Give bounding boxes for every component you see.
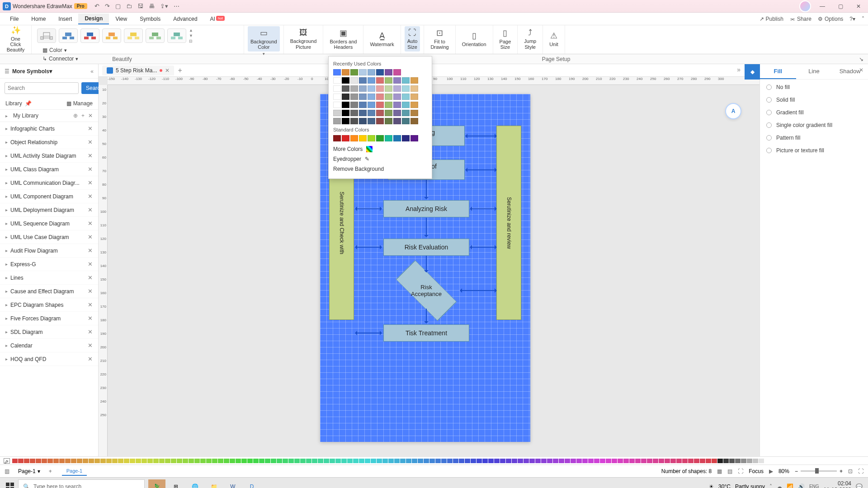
color-swatch[interactable] <box>385 135 392 141</box>
taskbar-app-1[interactable]: 🦎 <box>148 479 165 488</box>
palette-swatch[interactable] <box>712 459 717 463</box>
close-library-item-icon[interactable]: ✕ <box>88 234 93 240</box>
hamburger-icon[interactable]: ☰ <box>5 68 9 75</box>
color-swatch[interactable] <box>385 94 392 100</box>
explorer-icon[interactable]: 📁 <box>205 479 222 488</box>
unit-button[interactable]: ⚠ Unit <box>547 26 561 52</box>
color-swatch[interactable] <box>393 118 401 124</box>
library-item[interactable]: ▸UML Communication Diagr...✕ <box>0 176 98 190</box>
ai-assistant-button[interactable]: A <box>725 103 741 119</box>
palette-swatch[interactable] <box>676 459 682 463</box>
palette-swatch[interactable] <box>753 459 758 463</box>
color-swatch[interactable] <box>385 110 392 116</box>
color-swatch[interactable] <box>368 102 375 108</box>
palette-swatch[interactable] <box>388 459 394 463</box>
color-swatch[interactable] <box>350 69 358 75</box>
palette-swatch[interactable] <box>512 459 517 463</box>
collapse-sidebar-icon[interactable]: « <box>90 68 94 75</box>
expand-panel-icon[interactable]: » <box>737 66 741 73</box>
fit-page-icon[interactable]: ⊡ <box>848 468 853 474</box>
color-swatch[interactable] <box>333 69 341 75</box>
close-library-item-icon[interactable]: ✕ <box>88 301 93 308</box>
fill-option[interactable]: Solid fill <box>766 97 862 103</box>
library-item[interactable]: ▸Cause and Effect Diagram✕ <box>0 285 98 298</box>
palette-swatch[interactable] <box>224 459 229 463</box>
color-swatch[interactable] <box>350 110 358 116</box>
color-swatch[interactable] <box>385 118 392 124</box>
palette-swatch[interactable] <box>306 459 311 463</box>
theme-preset-5[interactable] <box>124 28 143 43</box>
color-swatch[interactable] <box>350 77 358 84</box>
close-library-item-icon[interactable]: ✕ <box>88 328 93 335</box>
fill-tool-icon[interactable]: ◆ <box>745 64 760 80</box>
language-icon[interactable]: ENG <box>809 484 819 488</box>
palette-swatch[interactable] <box>482 459 488 463</box>
palette-swatch[interactable] <box>717 459 723 463</box>
palette-swatch[interactable] <box>71 459 76 463</box>
new-icon[interactable]: ▢ <box>115 3 121 9</box>
palette-swatch[interactable] <box>159 459 165 463</box>
color-swatch[interactable] <box>342 110 349 116</box>
palette-swatch[interactable] <box>47 459 53 463</box>
color-swatch[interactable] <box>368 135 375 141</box>
palette-swatch[interactable] <box>535 459 541 463</box>
palette-swatch[interactable] <box>453 459 458 463</box>
eyedropper-link[interactable]: Eyedropper ✎ <box>333 154 427 164</box>
color-swatch[interactable] <box>402 102 410 108</box>
palette-swatch[interactable] <box>529 459 535 463</box>
palette-swatch[interactable] <box>341 459 347 463</box>
watermark-button[interactable]: A̲ Watermark <box>367 26 396 52</box>
color-swatch[interactable] <box>385 85 392 92</box>
close-library-item-icon[interactable]: ✕ <box>88 125 93 132</box>
library-item[interactable]: ▸Lines✕ <box>0 271 98 285</box>
palette-swatch[interactable] <box>265 459 270 463</box>
palette-swatch[interactable] <box>59 459 65 463</box>
open-icon[interactable]: 🗀 <box>126 3 132 9</box>
color-swatch[interactable] <box>393 77 401 84</box>
save-icon[interactable]: 🖫 <box>137 3 143 9</box>
present-icon[interactable]: ▶ <box>769 468 773 474</box>
palette-swatch[interactable] <box>394 459 400 463</box>
borders-headers-button[interactable]: ▣ Borders and Headers <box>327 26 359 52</box>
palette-swatch[interactable] <box>670 459 676 463</box>
close-library-item-icon[interactable]: ✕ <box>88 288 93 295</box>
palette-swatch[interactable] <box>465 459 470 463</box>
wifi-icon[interactable]: 📶 <box>787 483 793 488</box>
color-swatch[interactable] <box>376 85 384 92</box>
close-library-item-icon[interactable]: ✕ <box>88 166 93 173</box>
grid-toggle-icon[interactable]: ▦ <box>717 468 722 474</box>
menu-symbols[interactable]: Symbols <box>133 14 167 24</box>
palette-swatch[interactable] <box>441 459 447 463</box>
palette-swatch[interactable] <box>241 459 247 463</box>
close-button[interactable]: ✕ <box>852 2 865 11</box>
library-toggle[interactable]: Library 📌 <box>5 100 66 107</box>
palette-swatch[interactable] <box>312 459 317 463</box>
palette-swatch[interactable] <box>635 459 641 463</box>
palette-swatch[interactable] <box>476 459 482 463</box>
tray-chevron-icon[interactable]: ˄ <box>769 483 772 488</box>
palette-swatch[interactable] <box>682 459 688 463</box>
palette-swatch[interactable] <box>600 459 605 463</box>
palette-swatch[interactable] <box>688 459 693 463</box>
close-library-item-icon[interactable]: ✕ <box>88 261 93 267</box>
flow-decision[interactable]: Risk Acceptance <box>395 272 458 309</box>
close-library-item-icon[interactable]: ✕ <box>88 139 93 145</box>
color-swatch[interactable] <box>393 85 401 92</box>
palette-swatch[interactable] <box>741 459 746 463</box>
palette-swatch[interactable] <box>665 459 670 463</box>
color-swatch[interactable] <box>376 135 384 141</box>
gallery-more-icon[interactable]: ⊟ <box>189 39 193 43</box>
color-swatch[interactable] <box>402 85 410 92</box>
library-item[interactable]: ▸Express-G✕ <box>0 258 98 271</box>
color-swatch[interactable] <box>333 85 341 92</box>
color-swatch[interactable] <box>410 118 418 124</box>
palette-swatch[interactable] <box>77 459 82 463</box>
palette-swatch[interactable] <box>694 459 699 463</box>
color-swatch[interactable] <box>359 110 367 116</box>
color-swatch[interactable] <box>376 69 384 75</box>
fullscreen-icon[interactable]: ⛶ <box>738 468 743 474</box>
add-page-icon[interactable]: + <box>49 468 52 474</box>
color-swatch[interactable] <box>368 110 375 116</box>
clock[interactable]: 02:0411-10-2023 <box>824 480 851 488</box>
palette-swatch[interactable] <box>347 459 353 463</box>
